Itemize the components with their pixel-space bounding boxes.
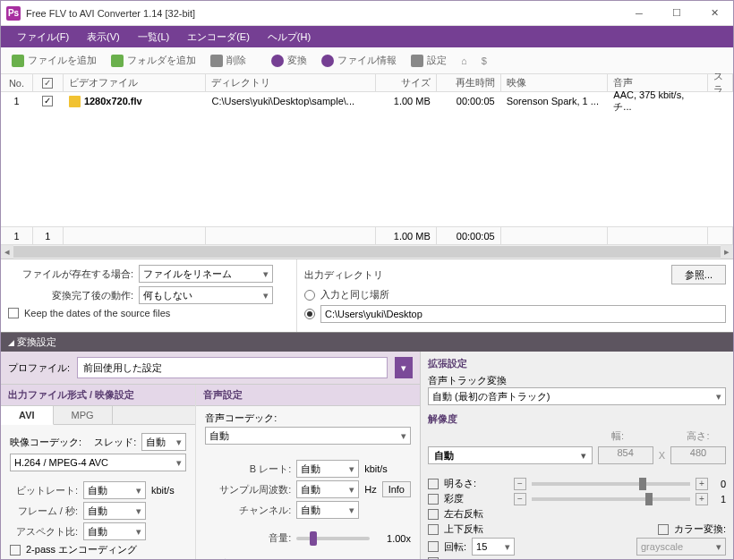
brightness-minus[interactable]: − <box>514 478 526 490</box>
minimize-button[interactable]: ─ <box>620 1 658 26</box>
file-grid-body[interactable]: 1 1280x720.flv C:\Users\yuki\Desktop\sam… <box>1 92 733 226</box>
gear-icon <box>411 55 423 67</box>
outdir-path-input[interactable]: C:\Users\yuki\Desktop <box>320 305 726 323</box>
abrate-unit: kbit/s <box>364 463 388 474</box>
negative-check[interactable] <box>428 557 439 559</box>
vbitrate-select[interactable]: 自動 <box>83 481 146 499</box>
info-button[interactable]: Info <box>382 481 411 497</box>
sample-unit: Hz <box>364 484 376 495</box>
saturation-slider[interactable] <box>532 497 690 501</box>
vbitrate-label: ビットレート: <box>10 484 78 497</box>
audiotrack-label: 音声トラック変換 <box>428 374 726 387</box>
vcodec-label: 映像コーデック: <box>10 436 81 449</box>
col-status[interactable]: スラ <box>708 74 733 91</box>
col-size[interactable]: サイズ <box>376 74 437 91</box>
play-icon <box>271 55 284 67</box>
col-duration[interactable]: 再生時間 <box>437 74 501 91</box>
file-info-button[interactable]: ファイル情報 <box>316 52 402 69</box>
volume-value: 1.00x <box>375 533 411 544</box>
tab-avi[interactable]: AVI <box>1 406 54 425</box>
volume-slider[interactable] <box>296 537 370 540</box>
channel-select[interactable]: 自動 <box>296 501 359 519</box>
table-row[interactable]: 1 1280x720.flv C:\Users\yuki\Desktop\sam… <box>1 92 733 110</box>
col-no[interactable]: No. <box>1 74 33 91</box>
col-check[interactable] <box>33 74 64 91</box>
total-dir <box>206 227 376 244</box>
saturation-check[interactable] <box>428 494 439 505</box>
menu-file[interactable]: ファイル(F) <box>8 30 78 44</box>
twopass-check[interactable] <box>10 545 21 556</box>
menu-view[interactable]: 表示(V) <box>78 30 129 44</box>
resolution-mode-select[interactable]: 自動 <box>428 446 593 464</box>
keep-dates-label: Keep the dates of the source files <box>24 308 170 318</box>
plus-folder-icon <box>111 55 124 67</box>
browse-button[interactable]: 参照... <box>671 265 726 284</box>
brightness-check[interactable] <box>428 479 439 489</box>
aspect-select[interactable]: 自動 <box>83 522 146 540</box>
saturation-minus[interactable]: − <box>514 493 526 505</box>
menu-list[interactable]: 一覧(L) <box>129 30 178 44</box>
fliph-check[interactable] <box>428 509 439 520</box>
thread-select[interactable]: 自動 <box>141 433 186 451</box>
menu-encoder[interactable]: エンコーダ(E) <box>178 30 259 44</box>
col-file[interactable]: ビデオファイル <box>64 74 207 91</box>
fliph-label: 左右反転 <box>444 507 483 521</box>
after-select[interactable]: 何もしない <box>139 286 273 304</box>
menu-help[interactable]: ヘルプ(H) <box>259 30 320 44</box>
brightness-slider[interactable] <box>532 482 690 486</box>
total-count-right: 1 <box>33 227 64 244</box>
row-check[interactable] <box>42 96 53 106</box>
col-video[interactable]: 映像 <box>501 74 609 91</box>
keep-dates-check[interactable] <box>8 308 19 318</box>
profile-label: プロファイル: <box>8 361 70 375</box>
acodec-select[interactable]: 自動 <box>205 427 411 445</box>
sample-select[interactable]: 自動 <box>296 480 359 498</box>
remove-button[interactable]: 削除 <box>205 52 252 69</box>
donate-button[interactable]: $ <box>476 54 492 68</box>
window-title: Free FLV to AVI Converter 1.14 [32-bit] <box>26 8 620 19</box>
scroll-right-icon[interactable]: ▸ <box>721 245 733 259</box>
acodec-label: 音声コーデック: <box>205 412 411 425</box>
output-options: ファイルが存在する場合: ファイルをリネーム 変換完了後の動作: 何もしない K… <box>1 259 733 333</box>
profile-dropdown-button[interactable]: ▾ <box>395 357 413 378</box>
row-no: 1 <box>1 92 33 110</box>
brightness-value: 0 <box>713 479 726 489</box>
check-all[interactable] <box>42 78 53 89</box>
tab-mpg[interactable]: MPG <box>54 406 113 424</box>
volume-label: 音量: <box>205 531 291 545</box>
convert-button[interactable]: 変換 <box>266 52 312 69</box>
abrate-select[interactable]: 自動 <box>296 460 359 478</box>
colorconv-check[interactable] <box>658 524 669 535</box>
add-file-button[interactable]: ファイルを追加 <box>6 52 102 69</box>
profile-select[interactable]: 前回使用した設定 <box>77 357 388 378</box>
outdir-same-radio[interactable] <box>304 290 315 301</box>
scroll-thumb[interactable] <box>13 246 721 258</box>
flipv-label: 上下反転 <box>444 522 508 536</box>
width-input: 854 <box>598 446 653 464</box>
vcodec-select[interactable]: H.264 / MPEG-4 AVC <box>10 454 186 471</box>
resolution-label: 解像度 <box>428 412 726 426</box>
close-button[interactable]: ✕ <box>696 1 733 26</box>
row-duration: 00:00:05 <box>437 92 501 110</box>
width-label: 幅: <box>590 429 645 443</box>
outdir-custom-radio[interactable] <box>304 309 315 319</box>
brightness-plus[interactable]: + <box>696 478 708 490</box>
flipv-check[interactable] <box>428 524 439 535</box>
col-dir[interactable]: ディレクトリ <box>206 74 376 91</box>
settings-button[interactable]: 設定 <box>405 52 452 69</box>
h-scrollbar[interactable]: ◂ ▸ <box>1 244 733 259</box>
fps-select[interactable]: 自動 <box>83 502 146 520</box>
home-button[interactable]: ⌂ <box>456 54 473 68</box>
scroll-left-icon[interactable]: ◂ <box>1 245 13 259</box>
rotate-check[interactable] <box>428 541 439 552</box>
exists-select[interactable]: ファイルをリネーム <box>139 265 273 283</box>
rotate-select[interactable]: 15 <box>472 538 515 556</box>
colorconv-select: grayscale <box>636 538 726 556</box>
brightness-label: 明るさ: <box>444 477 508 490</box>
saturation-plus[interactable]: + <box>696 493 708 505</box>
output-video-title: 出力ファイル形式 / 映像設定 <box>1 385 195 406</box>
audiotrack-select[interactable]: 自動 (最初の音声トラック) <box>428 387 726 405</box>
add-folder-button[interactable]: フォルダを追加 <box>106 52 201 69</box>
maximize-button[interactable]: ☐ <box>658 1 696 26</box>
conversion-settings-header[interactable]: 変換設定 <box>1 333 733 352</box>
